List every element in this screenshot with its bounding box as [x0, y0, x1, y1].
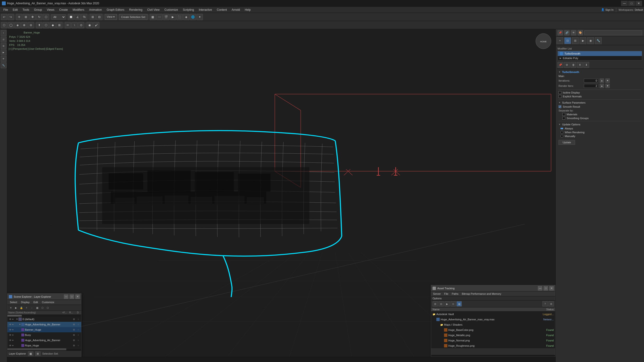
at-btn-help[interactable]: ?	[542, 301, 548, 307]
shrink-button[interactable]: ⊖	[28, 22, 34, 28]
curve-editor[interactable]: ⋯	[156, 14, 162, 20]
motion-tab[interactable]: ▶	[1, 49, 6, 55]
ts-always-radio[interactable]	[560, 127, 563, 130]
at-menu-server[interactable]: Server	[432, 292, 441, 296]
render-env[interactable]: 🌐	[190, 14, 196, 20]
close-button[interactable]: ✕	[636, 1, 642, 6]
ts-manually-radio[interactable]	[560, 135, 563, 138]
soft-select-button[interactable]: ◉	[86, 22, 93, 28]
ring-button[interactable]: ◈	[14, 22, 20, 28]
se-layers-btn[interactable]: ▦	[35, 305, 40, 310]
menu-content[interactable]: Content	[214, 7, 229, 12]
ts-smoothing-groups-checkbox[interactable]	[562, 117, 565, 120]
ts-materials-checkbox[interactable]	[562, 113, 565, 116]
menu-scripting[interactable]: Scripting	[180, 7, 196, 12]
se-expand-icon-2[interactable]: ▼	[18, 323, 21, 326]
mod-pin-btn[interactable]: 📌	[558, 62, 563, 68]
weld-button[interactable]: ⊙	[78, 22, 84, 28]
at-menu-file[interactable]: File	[444, 292, 449, 296]
ts-explicit-checkbox[interactable]	[558, 95, 561, 98]
se-scrollbar-track[interactable]	[8, 315, 81, 317]
at-btn-1[interactable]: ⊞	[432, 301, 438, 307]
layers-button[interactable]: ▦	[150, 14, 156, 20]
ts-smooth-result-checkbox[interactable]: ✓	[558, 105, 561, 108]
at-menu-paths[interactable]: Paths	[451, 292, 459, 296]
at-row-roughness[interactable]: Huge_Roughness.png Found	[431, 343, 555, 348]
sign-in-label[interactable]: Sign In	[606, 8, 614, 11]
se-add-btn[interactable]: +	[24, 305, 29, 310]
menu-tools[interactable]: Tools	[20, 7, 32, 12]
create-tab[interactable]: +	[1, 30, 6, 36]
hierarchy-tab[interactable]: ⊞	[1, 43, 6, 49]
undo-button[interactable]: ↩	[1, 14, 7, 20]
select-region-button[interactable]: ⊞	[23, 14, 29, 20]
at-row-maps-folder[interactable]: 📁 Maps / Shaders	[431, 322, 555, 327]
display-tab[interactable]: 👁	[1, 56, 6, 62]
rp-motion-tab[interactable]: ▶	[580, 37, 586, 44]
se-row-default-layer[interactable]: 👁 ● ▼ 0 (default) ⊞ ○	[8, 317, 81, 322]
menu-views[interactable]: Views	[44, 7, 57, 12]
se-row-banner-huge[interactable]: 👁 ● Banner_Huge ⊞ ○	[8, 327, 81, 332]
se-remove-btn[interactable]: -	[30, 305, 34, 310]
select-filter-dropdown[interactable]: All	[51, 14, 66, 20]
at-btn-4[interactable]: ⊙	[450, 301, 456, 307]
mod-moveup-btn[interactable]: ⬆	[577, 62, 583, 68]
grow-button[interactable]: ⊕	[21, 22, 27, 28]
at-row-metallic[interactable]: Huge_Metallic.png Found	[431, 333, 555, 338]
at-btn-5[interactable]: ▦	[456, 301, 462, 307]
utilities-tab[interactable]: 🔧	[1, 62, 6, 68]
at-row-basecolor[interactable]: Huge_BaseColor.png Found	[431, 327, 555, 333]
rp-create-tab[interactable]: +	[556, 37, 563, 44]
se-eye-icon-5[interactable]: 👁	[8, 339, 12, 342]
rp-object-name-input[interactable]: Banner_Huge	[584, 30, 642, 35]
se-lock-btn[interactable]: 🔒	[19, 305, 24, 310]
ts-render-iters-up[interactable]: ▲	[600, 84, 604, 88]
se-footer-btn[interactable]: ▦	[28, 352, 33, 356]
at-btn-settings[interactable]: ⚙	[548, 301, 554, 307]
at-menu-bitmap[interactable]: Bitmap Performance and Memory	[461, 292, 502, 296]
rp-color-btn[interactable]: 🎨	[578, 30, 583, 35]
rotate-button[interactable]: ↻	[36, 14, 42, 20]
rp-utils-tab[interactable]: 🔧	[595, 37, 602, 44]
navigation-cube[interactable]: HOME	[534, 31, 553, 51]
rp-modify-tab[interactable]: ⊟	[564, 37, 571, 44]
menu-file[interactable]: File	[1, 7, 10, 12]
se-eye-icon-3[interactable]: 👁	[8, 329, 12, 331]
se-move-up-btn[interactable]: ⬡	[40, 305, 45, 310]
menu-create[interactable]: Create	[57, 7, 70, 12]
loop-button[interactable]: ◯	[8, 22, 14, 28]
se-arrow-btn[interactable]: ▶	[14, 305, 18, 310]
se-eye-icon-6[interactable]: 👁	[8, 344, 12, 347]
mod-config-btn[interactable]: ⚙	[564, 62, 570, 68]
rp-link-btn[interactable]: 🔗	[564, 30, 570, 35]
mod-movedown-btn[interactable]: ⬇	[584, 62, 589, 68]
material-editor[interactable]: ◈	[183, 14, 190, 20]
at-close-btn[interactable]: ✕	[550, 286, 554, 291]
extrude-button[interactable]: ⬆	[36, 22, 42, 28]
se-maximize-btn[interactable]: □	[70, 295, 74, 299]
se-title-bar[interactable]: Scene Explorer - Layer Explorer — □ ✕	[8, 294, 81, 300]
se-row-huge-obj[interactable]: 👁 ● Huge_Advertising_Air_Banner ⊞ ○	[8, 338, 81, 343]
snap-toggle[interactable]: 🔲	[68, 14, 74, 20]
minimize-button[interactable]: —	[621, 1, 628, 6]
menu-help[interactable]: Help	[242, 7, 253, 12]
se-row-huge-group[interactable]: 👁 ● ▼ Huge_Advertising_Air_Banner ⊞ ○	[8, 322, 81, 327]
se-row-buoy[interactable]: 👁 ● Buoy ⊞ ○	[8, 332, 81, 338]
ts-iterations-value[interactable]: 0	[584, 79, 598, 82]
se-row-rope[interactable]: 👁 ● Rope_Huge ⊞ ○	[8, 343, 81, 348]
at-options-label[interactable]: Options	[432, 297, 442, 300]
menu-arnold[interactable]: Arnold	[229, 7, 242, 12]
bevel-button[interactable]: ⬡	[43, 22, 49, 28]
se-move-down-btn[interactable]: ⬡	[45, 305, 50, 310]
align-button[interactable]: ⊟	[96, 14, 102, 20]
se-menu-customize[interactable]: Customize	[40, 300, 56, 304]
render-setup[interactable]: 🎬	[163, 14, 169, 20]
se-h-scrollbar-thumb[interactable]	[8, 348, 66, 350]
menu-interactive[interactable]: Interactive	[196, 7, 214, 12]
move-button[interactable]: ✥	[30, 14, 36, 20]
at-btn-3[interactable]: ▶	[444, 301, 450, 307]
ts-when-rendering-radio[interactable]	[560, 131, 563, 134]
se-minimize-btn[interactable]: —	[64, 295, 68, 299]
at-row-max-file[interactable]: Huge_Advertising_Air_Banner_max_vray.max…	[431, 317, 555, 322]
at-row-vault[interactable]: 📁 Autodesk Vault Logged...	[431, 312, 555, 317]
